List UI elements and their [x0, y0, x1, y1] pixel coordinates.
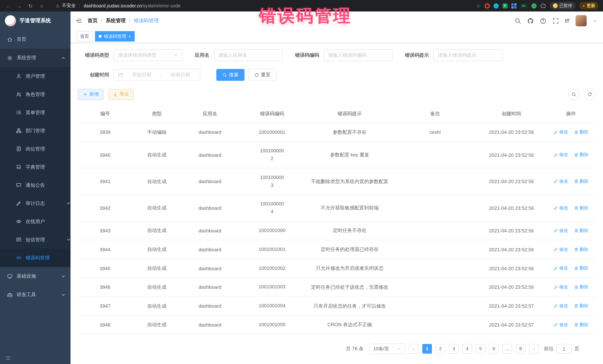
error-code-input[interactable]: 请输入错误码编码 — [324, 49, 393, 61]
delete-link[interactable]: 删除 — [574, 265, 588, 272]
cell-actions: 修改 删除 — [546, 221, 596, 240]
extension-v-icon[interactable]: V — [502, 3, 508, 8]
edit-link[interactable]: 修改 — [554, 205, 568, 211]
delete-link[interactable]: 删除 — [574, 246, 588, 253]
extension-grid-icon[interactable] — [511, 3, 516, 8]
delete-link[interactable]: 删除 — [574, 205, 588, 211]
pagination: 共 76 条 10条/页 ‹ 1 2 3 4 5 6 ... 8 › — [78, 344, 579, 354]
user-avatar[interactable] — [576, 15, 587, 26]
sidebar-fold-button[interactable] — [76, 18, 82, 24]
delete-link[interactable]: 删除 — [574, 303, 588, 309]
page-button-3[interactable]: 3 — [449, 344, 459, 354]
breadcrumb-system[interactable]: 系统管理 — [106, 17, 126, 24]
goto-page-input[interactable] — [556, 344, 572, 354]
caret-down-icon[interactable] — [593, 19, 597, 22]
extensions-puzzle-icon[interactable] — [540, 3, 546, 9]
pagination-ellipsis[interactable]: ... — [502, 344, 512, 354]
cell-create-time: 2021-04-20 23:52:56 — [476, 168, 546, 195]
edit-link[interactable]: 修改 — [554, 321, 568, 328]
font-size-icon[interactable]: tT — [565, 18, 569, 24]
search-icon[interactable] — [515, 18, 521, 24]
github-icon[interactable] — [527, 18, 533, 24]
export-button[interactable]: 导出 — [108, 89, 134, 100]
browser-forward-icon[interactable]: → — [16, 3, 23, 9]
page-button-5[interactable]: 5 — [476, 344, 485, 354]
delete-link[interactable]: 删除 — [574, 178, 588, 185]
sidebar-item-error-code-management[interactable]: 错误码管理 — [0, 249, 70, 267]
extension-on-icon[interactable]: on — [520, 3, 527, 8]
sidebar-item-dictionary-management[interactable]: 字典管理 — [0, 158, 70, 176]
prev-page-button[interactable]: ‹ — [409, 344, 418, 354]
edit-link[interactable]: 修改 — [554, 152, 568, 158]
bookmark-star-icon[interactable]: ☆ — [476, 3, 481, 9]
delete-link[interactable]: 删除 — [574, 227, 588, 234]
edit-link[interactable]: 修改 — [554, 246, 568, 253]
delete-link[interactable]: 删除 — [574, 284, 588, 290]
security-chip[interactable]: ⚠ 不安全 — [56, 3, 76, 9]
browser-home-icon[interactable]: ⌂ — [38, 3, 45, 9]
update-button[interactable]: 更新 — [579, 2, 599, 10]
logo[interactable]: 芋道管理系统 — [0, 11, 70, 30]
sidebar-item-sms-management[interactable]: 短信管理 — [0, 231, 70, 249]
sidebar-item-infrastructure[interactable]: 基础设施 — [0, 267, 70, 286]
sidebar-item-menu-management[interactable]: 菜单管理 — [0, 103, 70, 121]
error-type-select[interactable]: 请选择错误码类型 — [114, 49, 183, 61]
close-tab-icon[interactable]: × — [128, 34, 131, 39]
paused-badge[interactable]: 已暂停 — [549, 2, 576, 10]
sidebar-item-dev-tools[interactable]: 研发工具 — [0, 286, 70, 304]
sidebar-item-system-management[interactable]: 系统管理 — [0, 49, 70, 67]
page-button-2[interactable]: 2 — [436, 344, 445, 354]
help-icon[interactable] — [540, 18, 546, 24]
delete-link-label: 删除 — [580, 129, 588, 135]
page-button-4[interactable]: 4 — [462, 344, 472, 354]
active-tab-dot — [99, 35, 102, 38]
search-button[interactable]: 搜索 — [216, 69, 244, 81]
sidebar-item-user-management[interactable]: 用户管理 — [0, 67, 70, 85]
date-range-input[interactable]: 开始日期 - 结束日期 — [114, 69, 200, 81]
tab-home[interactable]: 首页 — [76, 31, 93, 42]
sidebar-item-online-users[interactable]: 在线用户 — [0, 212, 70, 231]
sidebar-item-department-management[interactable]: 部门管理 — [0, 121, 70, 140]
breadcrumb-home[interactable]: 首页 — [88, 17, 98, 24]
edit-link[interactable]: 修改 — [554, 265, 568, 272]
extension-red-icon[interactable] — [485, 3, 490, 8]
page-button-8[interactable]: 8 — [516, 344, 525, 354]
sidebar-item-audit-log[interactable]: 审计日志 — [0, 194, 70, 212]
app-name-input[interactable]: 请输入应用名 — [214, 49, 283, 61]
pagination-total: 共 76 条 — [346, 346, 364, 352]
error-hint-input[interactable]: 请输入错误码提示 — [433, 49, 502, 61]
add-button[interactable]: 新增 — [78, 89, 104, 100]
edit-link[interactable]: 修改 — [554, 227, 568, 234]
delete-link[interactable]: 删除 — [574, 321, 588, 328]
sidebar-item-role-management[interactable]: 角色管理 — [0, 85, 70, 103]
edit-link[interactable]: 修改 — [554, 129, 568, 135]
edit-link[interactable]: 修改 — [554, 178, 568, 185]
edit-link[interactable]: 修改 — [554, 284, 568, 290]
next-page-button[interactable]: › — [529, 344, 539, 354]
pencil-icon — [554, 285, 558, 289]
page-button-6[interactable]: 6 — [489, 344, 499, 354]
tab-error-code-management[interactable]: 错误码管理 × — [95, 31, 135, 42]
browser-reload-icon[interactable]: ↻ — [27, 3, 34, 9]
page-button-1[interactable]: 1 — [422, 344, 432, 354]
cell-message: 不允许获取敏感配置到前端 — [306, 195, 394, 221]
pencil-icon — [554, 266, 558, 271]
page-size-select[interactable]: 10条/页 — [370, 344, 405, 354]
delete-link[interactable]: 删除 — [574, 152, 588, 158]
fullscreen-icon[interactable] — [553, 18, 559, 24]
extension-teal-icon[interactable] — [493, 3, 499, 8]
edit-link[interactable]: 修改 — [554, 303, 568, 309]
cell-id: 3948 — [78, 315, 132, 334]
sidebar-item-notice-announcement[interactable]: 通知公告 — [0, 176, 70, 194]
address-bar[interactable]: dashboard.yudao.iocoder.cn/system/error-… — [84, 3, 181, 8]
extension-leaf-icon[interactable] — [531, 3, 536, 8]
delete-link[interactable]: 删除 — [574, 129, 588, 135]
sidebar-item-home[interactable]: 首页 — [0, 30, 70, 49]
sidebar-item-post-management[interactable]: 岗位管理 — [0, 140, 70, 158]
refresh-table-button[interactable] — [584, 88, 596, 100]
show-search-toggle-button[interactable] — [568, 88, 580, 100]
home-icon — [7, 36, 13, 42]
reset-button[interactable]: 重置 — [248, 69, 277, 81]
browser-back-icon[interactable]: ← — [4, 3, 12, 9]
sidebar-collapse-button[interactable] — [5, 355, 11, 361]
